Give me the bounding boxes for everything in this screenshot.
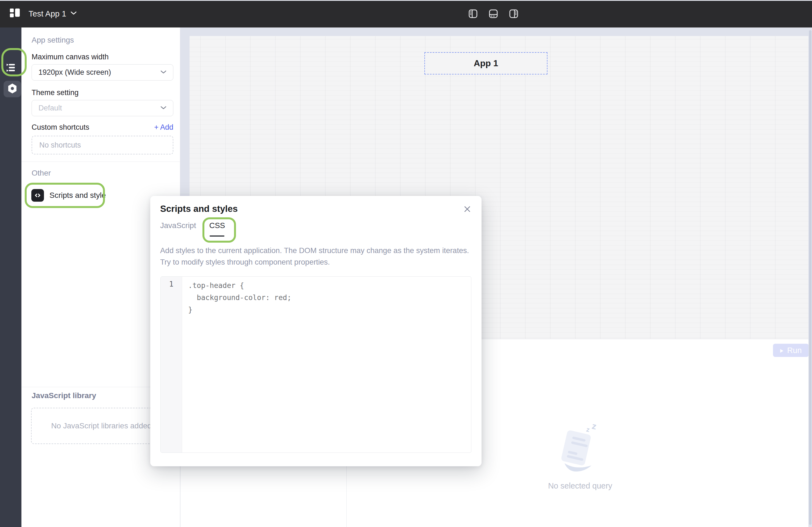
scripts-and-styles-modal: Scripts and styles JavaScript CSS Add st… <box>150 196 481 466</box>
pages-list-icon <box>5 62 16 74</box>
theme-setting-placeholder: Default <box>39 104 62 112</box>
js-library-heading: JavaScript library <box>32 391 96 400</box>
max-canvas-width-label: Maximum canvas width <box>32 53 109 61</box>
other-heading: Other <box>32 169 51 177</box>
chevron-down-icon <box>160 106 166 111</box>
tab-javascript[interactable]: JavaScript <box>160 221 196 234</box>
no-selected-query-text: No selected query <box>536 481 624 490</box>
app-settings-heading: App settings <box>32 36 74 44</box>
editor-code-area[interactable]: .top-header { background-color: red; } <box>182 277 471 453</box>
no-shortcuts-placeholder: No shortcuts <box>32 136 173 154</box>
custom-shortcuts-row: Custom shortcuts + Add <box>32 123 173 132</box>
modal-title: Scripts and styles <box>160 204 237 214</box>
svg-text:z: z <box>591 422 597 431</box>
theme-setting-select[interactable]: Default <box>32 100 173 116</box>
pages-panel-button[interactable] <box>5 62 17 74</box>
add-shortcut-link[interactable]: + Add <box>154 123 173 132</box>
line-number: 1 <box>161 280 182 288</box>
app-builder-window: Test App 1 <box>0 0 812 527</box>
app-settings-button[interactable] <box>3 81 21 97</box>
run-query-label: Run <box>787 346 801 355</box>
max-canvas-width-select[interactable]: 1920px (Wide screen) <box>32 64 173 81</box>
sleeping-document-icon: z z <box>557 473 604 477</box>
modal-description: Add styles to the current application. T… <box>160 245 473 268</box>
toggle-right-panel-icon[interactable] <box>508 8 520 20</box>
query-empty-state: z z No selected query <box>536 422 624 490</box>
play-triangle-icon <box>780 346 784 355</box>
scripts-and-style-label: Scripts and style <box>49 191 106 200</box>
header-widget-label: App 1 <box>474 58 498 68</box>
tab-css[interactable]: CSS <box>209 221 225 234</box>
code-line: background-color: red; <box>188 291 471 304</box>
panel-toggle-group <box>467 8 520 20</box>
code-line: } <box>188 304 471 316</box>
app-grid-logo-icon <box>9 6 22 21</box>
app-name-dropdown[interactable]: Test App 1 <box>29 0 77 28</box>
svg-text:z: z <box>586 425 590 433</box>
code-line: .top-header { <box>188 280 471 291</box>
window-top-edge <box>0 0 812 1</box>
chevron-down-icon <box>160 70 166 75</box>
theme-setting-label: Theme setting <box>32 88 78 97</box>
page-scrollbar <box>809 28 812 527</box>
topbar: Test App 1 <box>0 0 812 28</box>
editor-gutter: 1 <box>161 277 182 453</box>
left-toolstrip <box>0 28 21 527</box>
run-query-button[interactable]: Run <box>773 344 809 357</box>
toggle-bottom-panel-icon[interactable] <box>487 8 499 20</box>
scrollbar-thumb[interactable] <box>809 30 811 525</box>
toggle-left-panel-icon[interactable] <box>467 8 479 20</box>
code-brackets-icon <box>31 189 44 202</box>
settings-hex-nut-icon <box>8 83 17 95</box>
section-divider <box>21 161 180 162</box>
scripts-and-style-item[interactable]: Scripts and style <box>25 183 105 208</box>
close-icon[interactable] <box>462 204 472 214</box>
app-logo[interactable] <box>8 6 23 21</box>
css-code-editor: 1 .top-header { background-color: red; } <box>160 276 472 453</box>
custom-shortcuts-label: Custom shortcuts <box>32 123 89 132</box>
header-widget[interactable]: App 1 <box>424 52 548 74</box>
app-name: Test App 1 <box>29 9 66 18</box>
modal-tabs: JavaScript CSS <box>160 221 225 234</box>
chevron-down-icon <box>71 11 77 16</box>
max-canvas-width-value: 1920px (Wide screen) <box>39 68 111 77</box>
